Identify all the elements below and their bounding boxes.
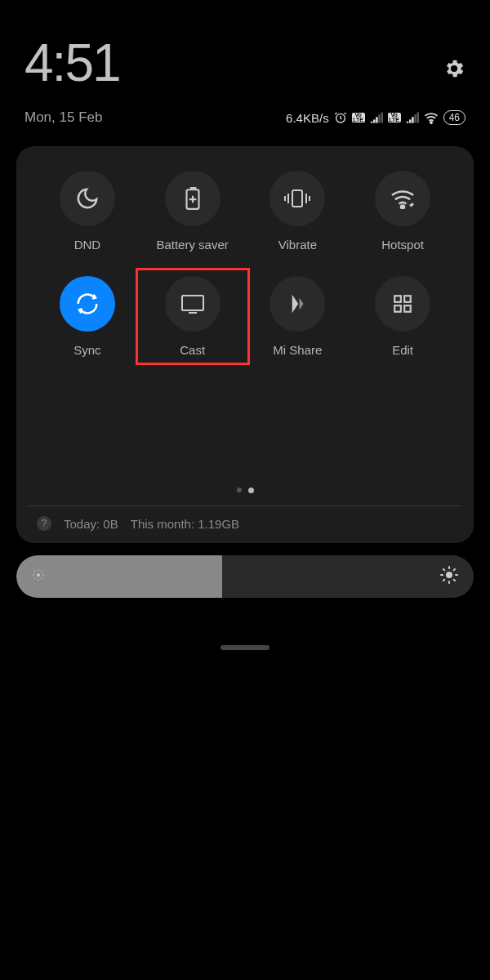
svg-point-15 [34,571,36,572]
mishare-icon [285,292,310,316]
tile-label: Mi Share [273,343,322,357]
battery-plus-icon [182,186,203,211]
tile-vibrate[interactable]: Vibrate [247,171,349,252]
clock-time: 4:51 [24,33,120,93]
data-month: This month: 1.19GB [131,517,239,531]
svg-rect-9 [404,305,411,312]
brightness-low-icon [31,568,46,586]
svg-rect-6 [394,296,401,302]
svg-line-26 [443,580,444,581]
tile-battery-saver[interactable]: Battery saver [142,171,243,252]
help-icon: ? [37,516,51,531]
battery-level: 46 [443,110,466,125]
svg-point-12 [38,579,39,581]
sync-icon [75,292,100,316]
data-today: Today: 0B [64,517,118,531]
svg-point-1 [430,122,432,123]
status-bar: 6.4KB/s VoLTE VoLTE 46 [286,110,466,125]
tile-label: DND [74,238,101,252]
svg-line-27 [454,569,455,570]
svg-point-13 [33,574,34,576]
tile-cast[interactable]: Cast [142,276,243,357]
svg-point-19 [446,572,452,578]
page-dot-active [248,488,254,493]
svg-rect-3 [292,190,302,207]
sim1-volte-badge: VoLTE [352,113,365,122]
svg-point-16 [41,571,42,572]
signal1-icon [370,112,383,123]
brightness-slider[interactable] [16,555,474,598]
settings-icon[interactable] [443,57,466,80]
tile-label: Hotspot [381,238,424,252]
tile-label: Edit [392,343,413,357]
svg-rect-7 [404,296,411,302]
svg-point-14 [42,574,44,576]
page-dot [237,488,242,492]
tile-edit[interactable]: Edit [352,276,453,357]
quick-settings-panel: DND Battery saver Vibrate Hotspot S [16,146,474,543]
tile-label: Sync [74,343,100,357]
svg-rect-5 [182,296,203,310]
date-label: Mon, 15 Feb [24,109,102,126]
svg-point-11 [38,569,39,571]
cast-icon [180,293,205,314]
data-usage-bar[interactable]: ? Today: 0B This month: 1.19GB [33,516,457,531]
grid-icon [392,293,413,314]
home-indicator[interactable] [220,645,270,650]
tile-dnd[interactable]: DND [37,171,138,252]
tile-mishare[interactable]: Mi Share [247,276,349,357]
wifi-icon [424,111,439,124]
tile-hotspot[interactable]: Hotspot [352,171,453,252]
hotspot-icon [390,188,416,209]
svg-line-24 [443,569,444,570]
tile-label: Vibrate [278,238,317,252]
signal2-icon [406,112,419,123]
brightness-fill [16,555,222,598]
svg-point-18 [41,577,42,579]
brightness-high-icon [439,565,459,588]
svg-point-10 [37,573,40,577]
tile-label: Battery saver [156,238,228,252]
alarm-icon [334,111,347,124]
svg-line-25 [454,580,455,581]
vibrate-icon [283,188,311,209]
divider [29,506,461,506]
svg-rect-8 [394,305,401,312]
tile-sync[interactable]: Sync [37,276,138,357]
page-indicator [33,488,457,493]
moon-icon [75,186,100,211]
svg-point-4 [401,205,404,208]
svg-point-17 [34,577,36,579]
sim2-volte-badge: VoLTE [388,113,401,122]
network-speed: 6.4KB/s [286,111,329,125]
tile-label: Cast [180,343,205,357]
